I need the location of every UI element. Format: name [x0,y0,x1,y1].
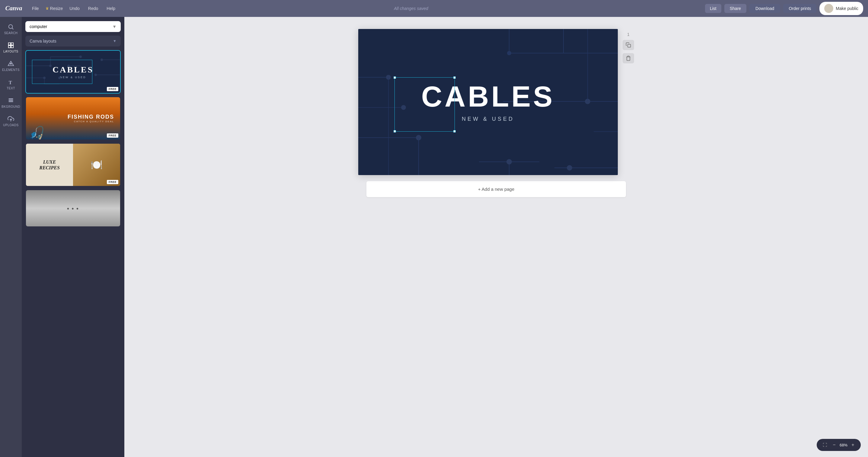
free-badge-cables: FREE [107,87,118,91]
resize-menu[interactable]: ♛ Resize [45,6,63,11]
slide-number-column: 1 [623,29,634,63]
sidebar-item-text[interactable]: T TEXT [0,76,22,93]
layouts-dropdown[interactable]: Canva layouts ▼ [25,36,121,47]
avatar [824,4,833,13]
layout-thumbnails-list: CABLES NEW & USED FREE 🎣 FISHING RODS CA… [25,50,121,227]
selection-handle-br[interactable] [453,130,456,132]
trash-icon [626,56,631,61]
selection-handle-bl[interactable] [394,130,396,132]
svg-point-27 [58,77,61,79]
dropdown-arrow-icon: ▼ [112,24,117,29]
thumb-fishing-title: FISHING RODS [68,114,114,120]
svg-line-2 [12,28,13,29]
zoom-bar: ⛶ − 68% + [817,439,861,451]
thumbnail-cables[interactable]: CABLES NEW & USED FREE [25,50,121,94]
delete-slide-button[interactable] [623,53,634,63]
fishing-silhouette-icon: 🎣 [29,127,45,140]
svg-rect-5 [8,45,10,48]
svg-point-20 [80,56,82,58]
make-public-button[interactable]: Make public [819,2,863,15]
svg-rect-56 [628,44,631,48]
sidebar-item-search[interactable]: SEARCH [0,21,22,38]
thumb-fishing-subtitle: CATCH A QUALITY DEAL [74,120,114,123]
thumbnail-fishing-rods[interactable]: 🎣 FISHING RODS CATCH A QUALITY DEAL FREE [25,97,121,140]
svg-point-34 [585,99,590,104]
crown-icon: ♛ [45,6,49,10]
sidebar-item-layouts[interactable]: LAYOUTS [0,39,22,56]
thumb-winter-image: ● ● ● [26,190,120,226]
svg-rect-6 [11,45,13,48]
layouts-panel: ▼ Canva layouts ▼ [22,17,124,457]
layouts-icon [7,42,14,49]
svg-text:Canva: Canva [5,4,22,12]
main-area: SEARCH LAYOUTS ELEMENTS T TEXT [0,17,868,457]
help-menu[interactable]: Help [105,5,117,12]
slide-wrapper: CABLES NEW & USED 1 [358,29,634,175]
sidebar-icons: SEARCH LAYOUTS ELEMENTS T TEXT [0,17,22,457]
canva-logo[interactable]: Canva [5,4,23,13]
slide-subtitle: NEW & USED [421,116,555,122]
list-button[interactable]: List [705,4,721,13]
svg-point-22 [100,59,103,61]
canvas-area[interactable]: CABLES NEW & USED 1 + [124,17,868,457]
svg-point-46 [386,75,391,80]
thumb-luxe-title: LUXERECIPES [39,159,60,171]
slide-text-area[interactable]: CABLES NEW & USED [421,82,555,122]
order-prints-button[interactable]: Order prints [783,4,816,13]
zoom-increase-button[interactable]: + [849,441,857,449]
duplicate-icon [626,42,631,48]
share-button[interactable]: Share [724,4,746,13]
svg-point-1 [9,25,13,29]
text-icon: T [7,79,14,85]
zoom-level-display: 68% [840,443,847,447]
thumb-luxe-image: 🍽️ [73,144,120,186]
search-icon [7,24,14,30]
free-badge-fishing: FREE [107,133,118,138]
thumbnail-luxe-recipes[interactable]: LUXERECIPES 🍽️ FREE [25,143,121,187]
redo-button[interactable]: Redo [86,5,100,12]
file-menu[interactable]: File [30,5,41,12]
autosave-status: All changes saved [122,6,700,11]
selection-handle-tl[interactable] [394,77,396,79]
topbar: Canva File ♛ Resize Undo Redo Help All c… [0,0,868,17]
background-icon [7,97,14,104]
add-page-button[interactable]: + Add a new page [366,181,626,197]
slide-canvas[interactable]: CABLES NEW & USED [358,29,618,175]
sidebar-item-background[interactable]: BKGROUND [0,94,22,111]
selection-handle-tr[interactable] [453,77,456,79]
svg-point-37 [416,135,421,140]
svg-point-29 [94,74,97,76]
sidebar-item-elements[interactable]: ELEMENTS [0,57,22,74]
duplicate-slide-button[interactable] [623,40,634,50]
search-box-container: ▼ [25,21,121,32]
dropdown-chevron-icon: ▼ [113,39,117,43]
sidebar-item-uploads[interactable]: UPLOADS [0,113,22,130]
svg-point-41 [506,159,512,164]
topbar-right-actions: List Share Download Order prints Make pu… [705,2,863,15]
svg-point-8 [10,63,12,65]
svg-point-32 [507,51,511,55]
slide-number: 1 [627,32,629,37]
cables-circuit-bg [26,51,120,93]
free-badge-luxe: FREE [107,180,118,184]
undo-button[interactable]: Undo [68,5,81,12]
fit-screen-button[interactable]: ⛶ [821,442,829,448]
download-button[interactable]: Download [749,4,780,13]
svg-point-52 [401,105,406,110]
svg-text:T: T [9,80,12,85]
svg-point-50 [567,165,572,171]
elements-icon [7,60,14,67]
zoom-decrease-button[interactable]: − [831,441,838,449]
svg-rect-3 [8,43,10,45]
uploads-icon [7,116,14,122]
slide-main-title: CABLES [421,82,555,111]
thumbnail-winter[interactable]: ● ● ● [25,189,121,227]
svg-rect-4 [11,43,13,45]
search-input[interactable] [30,24,112,29]
